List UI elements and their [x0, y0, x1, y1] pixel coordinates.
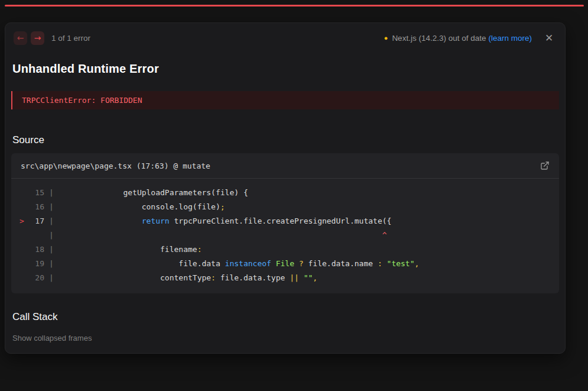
line-number: 18 — [33, 243, 44, 257]
build-status-bar — [5, 5, 584, 7]
code-text: getUploadParameters(file) { — [59, 186, 248, 200]
code-line: 16| console.log(file); — [11, 200, 559, 214]
close-icon: ✕ — [545, 33, 553, 44]
code-text: file.data instanceof File ? file.data.na… — [59, 257, 420, 271]
previous-error-button[interactable]: ← — [14, 31, 27, 45]
overlay-header: ← → 1 of 1 error ● Next.js (14.2.3) out … — [9, 29, 561, 46]
highlight-marker-icon — [20, 186, 33, 200]
error-count-label: 1 of 1 error — [51, 34, 90, 43]
code-text: filename: — [59, 243, 202, 257]
highlight-marker-icon — [20, 243, 33, 257]
code-line: 20| contentType: file.data.type || "", — [11, 271, 559, 285]
code-frame: src\app\newpage\page.tsx (17:63) @ mutat… — [11, 153, 559, 293]
gutter-separator: | — [49, 186, 54, 200]
highlight-marker-icon — [20, 257, 33, 271]
error-message-banner: TRPCClientError: FORBIDDEN — [11, 91, 559, 109]
code-text: console.log(file); — [59, 200, 225, 214]
gutter-separator: | — [49, 214, 54, 228]
line-number: 17 — [33, 214, 44, 228]
gutter-separator: | — [49, 257, 54, 271]
next-error-button[interactable]: → — [31, 31, 44, 45]
call-stack-heading: Call Stack — [12, 311, 558, 323]
highlight-marker-icon — [20, 228, 33, 243]
gutter-separator: | — [49, 200, 54, 214]
code-line: 18| filename: — [11, 243, 559, 257]
source-heading: Source — [12, 134, 558, 146]
external-link-icon — [540, 161, 550, 170]
source-file-location: src\app\newpage\page.tsx (17:63) @ mutat… — [21, 161, 540, 170]
code-text: contentType: file.data.type || "", — [59, 271, 317, 285]
gutter-separator: | — [49, 228, 54, 243]
highlight-marker-icon — [20, 200, 33, 214]
line-number: 19 — [33, 257, 44, 271]
code-line: 19| file.data instanceof File ? file.dat… — [11, 257, 559, 271]
line-number: 20 — [33, 271, 44, 285]
open-in-editor-button[interactable] — [540, 161, 550, 170]
left-arrow-icon: ← — [17, 34, 24, 42]
gutter-separator: | — [49, 271, 54, 285]
right-arrow-icon: → — [34, 34, 41, 42]
code-line: >17| return trpcPureClient.file.createPr… — [11, 214, 559, 228]
code-line: | ^ — [11, 228, 559, 243]
highlight-marker-icon: > — [20, 214, 33, 228]
code-frame-body: 15| getUploadParameters(file) {16| conso… — [11, 179, 559, 293]
code-frame-header: src\app\newpage\page.tsx (17:63) @ mutat… — [11, 153, 559, 179]
code-text: return trpcPureClient.file.createPresign… — [59, 214, 392, 228]
highlight-marker-icon — [20, 271, 33, 285]
close-overlay-button[interactable]: ✕ — [541, 31, 557, 45]
code-line: 15| getUploadParameters(file) { — [11, 186, 559, 200]
learn-more-link[interactable]: (learn more) — [488, 34, 532, 43]
line-number — [33, 228, 44, 243]
error-overlay-dialog: ← → 1 of 1 error ● Next.js (14.2.3) out … — [5, 22, 566, 354]
version-staleness-text: Next.js (14.2.3) out of date — [392, 34, 486, 43]
code-text: ^ — [59, 228, 387, 243]
line-number: 16 — [33, 200, 44, 214]
show-collapsed-frames-button[interactable]: Show collapsed frames — [12, 334, 92, 342]
error-type-title: Unhandled Runtime Error — [12, 62, 558, 76]
staleness-dot-icon: ● — [384, 34, 388, 41]
gutter-separator: | — [49, 243, 54, 257]
line-number: 15 — [33, 186, 44, 200]
